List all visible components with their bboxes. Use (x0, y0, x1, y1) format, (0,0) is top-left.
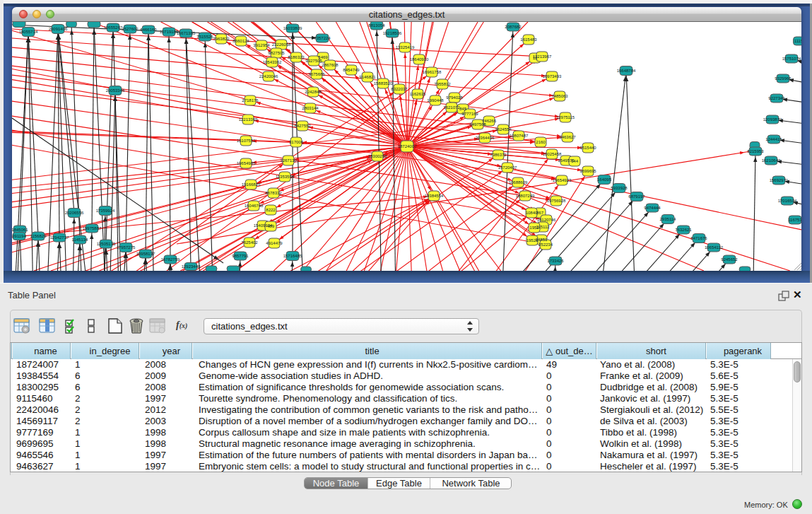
svg-text:16033809: 16033809 (283, 26, 302, 30)
svg-text:19525: 19525 (526, 238, 539, 243)
svg-text:7515526: 7515526 (196, 35, 213, 39)
svg-text:8454749: 8454749 (343, 68, 360, 72)
svg-text:17359924: 17359924 (96, 209, 115, 213)
svg-text:3675685: 3675685 (308, 72, 325, 76)
svg-text:8222: 8222 (266, 208, 276, 212)
svg-text:9245652: 9245652 (721, 257, 738, 262)
svg-text:9827505: 9827505 (268, 51, 285, 55)
svg-text:164095: 164095 (597, 177, 612, 182)
svg-text:18807249: 18807249 (516, 194, 535, 198)
svg-text:2803144: 2803144 (302, 106, 319, 110)
svg-text:1162615: 1162615 (410, 92, 427, 96)
svg-text:6497568: 6497568 (469, 122, 486, 127)
svg-text:5933928: 5933928 (611, 186, 628, 190)
svg-text:16046748: 16046748 (245, 204, 264, 208)
svg-text:3624554: 3624554 (495, 127, 512, 132)
svg-text:845: 845 (459, 107, 467, 111)
svg-text:15720407: 15720407 (498, 165, 517, 170)
svg-text:12213369: 12213369 (239, 117, 258, 122)
svg-text:1952: 1952 (529, 226, 539, 230)
svg-text:16961758: 16961758 (423, 70, 442, 74)
svg-text:7485063: 7485063 (551, 94, 568, 98)
svg-text:12923448: 12923448 (182, 264, 201, 269)
svg-text:10973493: 10973493 (543, 74, 562, 78)
svg-text:1621072: 1621072 (443, 105, 460, 110)
svg-text:7357224: 7357224 (314, 36, 331, 40)
svg-text:15883520: 15883520 (374, 81, 393, 86)
svg-text:3267130: 3267130 (280, 158, 297, 163)
svg-text:8678332: 8678332 (265, 191, 282, 195)
svg-text:9329966: 9329966 (775, 76, 792, 81)
svg-text:391194: 391194 (12, 234, 26, 238)
svg-text:10654112: 10654112 (705, 245, 724, 250)
svg-text:9699695: 9699695 (579, 169, 596, 173)
svg-text:19166825: 19166825 (242, 182, 261, 187)
svg-text:9794028: 9794028 (446, 95, 463, 100)
svg-text:1115: 1115 (794, 39, 801, 43)
svg-text:6879197: 6879197 (628, 194, 645, 199)
svg-text:8813054: 8813054 (368, 23, 385, 28)
svg-text:19654985: 19654985 (237, 161, 256, 165)
svg-text:19975887: 19975887 (83, 226, 102, 230)
svg-text:9146821: 9146821 (359, 75, 376, 79)
svg-text:20206556: 20206556 (65, 211, 84, 215)
svg-text:8186323: 8186323 (288, 55, 305, 59)
svg-text:7632621: 7632621 (675, 228, 692, 232)
svg-text:7386372: 7386372 (490, 153, 507, 157)
svg-text:13325419: 13325419 (396, 45, 415, 49)
svg-text:9327505: 9327505 (305, 59, 322, 63)
svg-text:9463627: 9463627 (559, 135, 576, 139)
svg-text:4914479: 4914479 (266, 241, 283, 245)
svg-text:19218506: 19218506 (383, 31, 402, 35)
svg-text:3912954: 3912954 (253, 43, 270, 47)
svg-text:10807487: 10807487 (510, 134, 529, 138)
svg-text:18640910: 18640910 (410, 57, 429, 62)
svg-text:8471676: 8471676 (690, 236, 707, 240)
svg-text:19384554: 19384554 (425, 194, 444, 198)
svg-text:8427552: 8427552 (294, 124, 311, 128)
svg-text:10840: 10840 (526, 211, 538, 215)
svg-text:12505135: 12505135 (97, 242, 116, 246)
svg-text:12942737: 12942737 (50, 235, 69, 240)
svg-text:16782759: 16782759 (161, 257, 180, 262)
svg-text:10543362: 10543362 (263, 60, 282, 64)
svg-text:2242848: 2242848 (305, 90, 322, 94)
svg-text:8215953: 8215953 (747, 149, 764, 153)
svg-text:1145134: 1145134 (72, 238, 89, 242)
svg-text:8322037: 8322037 (391, 87, 408, 91)
svg-text:23226058: 23226058 (272, 42, 291, 47)
svg-text:10688609: 10688609 (509, 180, 528, 185)
svg-text:18724007: 18724007 (398, 144, 417, 148)
svg-text:22420046: 22420046 (259, 74, 278, 78)
svg-text:15751074: 15751074 (782, 57, 801, 61)
svg-text:10025458: 10025458 (543, 152, 562, 156)
svg-text:17957275: 17957275 (117, 245, 136, 250)
svg-text:1845061: 1845061 (12, 228, 28, 232)
svg-text:16107552: 16107552 (237, 139, 256, 143)
svg-text:15692971: 15692971 (770, 178, 789, 182)
svg-text:16648784: 16648784 (617, 69, 636, 73)
svg-text:2087682: 2087682 (505, 25, 522, 29)
svg-text:7625402: 7625402 (241, 240, 258, 245)
svg-text:16671385: 16671385 (177, 31, 196, 35)
svg-text:11353594: 11353594 (276, 175, 295, 179)
svg-text:2160: 2160 (536, 140, 546, 144)
svg-text:20364436: 20364436 (476, 136, 495, 140)
svg-text:18300295: 18300295 (368, 154, 387, 158)
svg-text:1990448: 1990448 (427, 98, 444, 103)
svg-text:2935114: 2935114 (660, 217, 677, 221)
svg-text:20091406: 20091406 (49, 27, 68, 31)
svg-text:17016504: 17016504 (778, 199, 797, 203)
svg-text:9515440: 9515440 (579, 146, 596, 150)
svg-text:1733426: 1733426 (547, 259, 564, 263)
svg-text:644: 644 (571, 159, 579, 163)
svg-text:20053346: 20053346 (106, 88, 125, 93)
svg-text:9857791: 9857791 (232, 254, 249, 258)
svg-text:116753: 116753 (788, 218, 801, 222)
svg-text:1615483: 1615483 (520, 37, 537, 42)
svg-text:1244415: 1244415 (765, 137, 782, 141)
svg-text:19654923: 19654923 (553, 178, 572, 182)
svg-text:12213967: 12213967 (533, 54, 552, 59)
svg-text:12093872: 12093872 (763, 117, 782, 122)
svg-text:9474444: 9474444 (644, 206, 661, 210)
